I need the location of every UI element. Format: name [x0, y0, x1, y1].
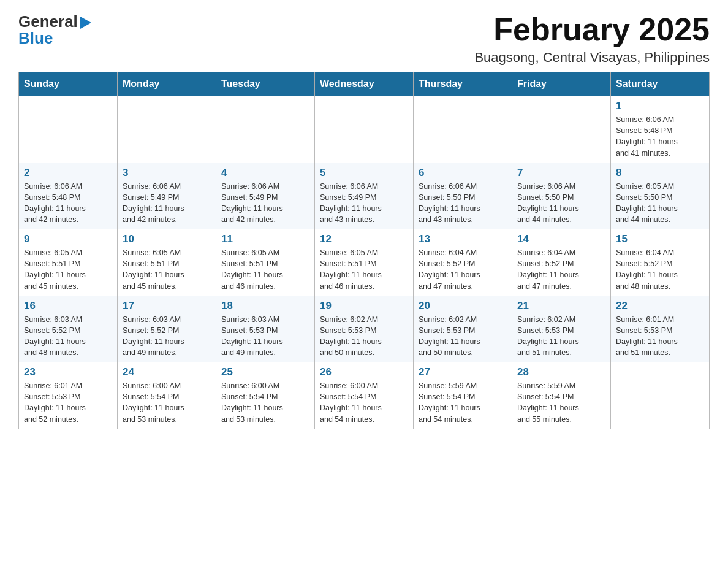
day-number: 5: [320, 167, 408, 179]
calendar-cell-0-6: 1Sunrise: 6:06 AM Sunset: 5:48 PM Daylig…: [611, 96, 710, 163]
calendar-cell-3-3: 19Sunrise: 6:02 AM Sunset: 5:53 PM Dayli…: [315, 296, 414, 362]
calendar-cell-2-0: 9Sunrise: 6:05 AM Sunset: 5:51 PM Daylig…: [19, 229, 118, 296]
day-number: 2: [24, 167, 112, 179]
week-row-1: 1Sunrise: 6:06 AM Sunset: 5:48 PM Daylig…: [19, 96, 710, 163]
calendar-cell-4-4: 27Sunrise: 5:59 AM Sunset: 5:54 PM Dayli…: [414, 362, 512, 429]
calendar-cell-1-3: 5Sunrise: 6:06 AM Sunset: 5:49 PM Daylig…: [315, 163, 414, 229]
day-info: Sunrise: 6:06 AM Sunset: 5:50 PM Dayligh…: [517, 181, 605, 226]
day-info: Sunrise: 6:06 AM Sunset: 5:49 PM Dayligh…: [221, 181, 309, 226]
header-tuesday: Tuesday: [216, 72, 315, 96]
day-info: Sunrise: 6:02 AM Sunset: 5:53 PM Dayligh…: [320, 314, 408, 359]
header-sunday: Sunday: [19, 72, 118, 96]
calendar-cell-3-5: 21Sunrise: 6:02 AM Sunset: 5:53 PM Dayli…: [512, 296, 611, 362]
day-number: 8: [616, 167, 704, 179]
day-info: Sunrise: 6:06 AM Sunset: 5:48 PM Dayligh…: [24, 181, 112, 226]
day-number: 27: [419, 366, 507, 378]
calendar-cell-3-4: 20Sunrise: 6:02 AM Sunset: 5:53 PM Dayli…: [414, 296, 512, 362]
day-info: Sunrise: 6:01 AM Sunset: 5:53 PM Dayligh…: [24, 380, 112, 425]
day-info: Sunrise: 6:03 AM Sunset: 5:52 PM Dayligh…: [24, 314, 112, 359]
calendar-cell-2-3: 12Sunrise: 6:05 AM Sunset: 5:51 PM Dayli…: [315, 229, 414, 296]
calendar-cell-2-6: 15Sunrise: 6:04 AM Sunset: 5:52 PM Dayli…: [611, 229, 710, 296]
day-number: 18: [221, 300, 309, 312]
day-number: 1: [616, 100, 704, 112]
day-number: 10: [123, 233, 211, 245]
day-info: Sunrise: 6:06 AM Sunset: 5:49 PM Dayligh…: [123, 181, 211, 226]
week-row-3: 9Sunrise: 6:05 AM Sunset: 5:51 PM Daylig…: [19, 229, 710, 296]
day-number: 20: [419, 300, 507, 312]
day-info: Sunrise: 6:05 AM Sunset: 5:51 PM Dayligh…: [123, 247, 211, 292]
day-info: Sunrise: 6:06 AM Sunset: 5:48 PM Dayligh…: [616, 114, 704, 159]
calendar-cell-1-4: 6Sunrise: 6:06 AM Sunset: 5:50 PM Daylig…: [414, 163, 512, 229]
calendar-cell-1-6: 8Sunrise: 6:05 AM Sunset: 5:50 PM Daylig…: [611, 163, 710, 229]
day-info: Sunrise: 6:06 AM Sunset: 5:49 PM Dayligh…: [320, 181, 408, 226]
calendar-cell-4-5: 28Sunrise: 5:59 AM Sunset: 5:54 PM Dayli…: [512, 362, 611, 429]
calendar-cell-1-2: 4Sunrise: 6:06 AM Sunset: 5:49 PM Daylig…: [216, 163, 315, 229]
calendar-cell-3-6: 22Sunrise: 6:01 AM Sunset: 5:53 PM Dayli…: [611, 296, 710, 362]
day-info: Sunrise: 6:02 AM Sunset: 5:53 PM Dayligh…: [419, 314, 507, 359]
calendar-title: February 2025: [474, 12, 710, 47]
logo-blue-text: Blue: [18, 29, 53, 48]
calendar-subtitle: Buagsong, Central Visayas, Philippines: [474, 50, 710, 66]
header-friday: Friday: [512, 72, 611, 96]
day-info: Sunrise: 6:02 AM Sunset: 5:53 PM Dayligh…: [517, 314, 605, 359]
day-number: 26: [320, 366, 408, 378]
week-row-5: 23Sunrise: 6:01 AM Sunset: 5:53 PM Dayli…: [19, 362, 710, 429]
calendar-cell-1-1: 3Sunrise: 6:06 AM Sunset: 5:49 PM Daylig…: [118, 163, 216, 229]
day-number: 12: [320, 233, 408, 245]
day-info: Sunrise: 6:00 AM Sunset: 5:54 PM Dayligh…: [320, 380, 408, 425]
day-info: Sunrise: 6:00 AM Sunset: 5:54 PM Dayligh…: [221, 380, 309, 425]
day-number: 15: [616, 233, 704, 245]
header-thursday: Thursday: [414, 72, 512, 96]
calendar-cell-0-3: [315, 96, 414, 163]
calendar-cell-0-2: [216, 96, 315, 163]
day-info: Sunrise: 6:04 AM Sunset: 5:52 PM Dayligh…: [517, 247, 605, 292]
calendar-cell-4-6: [611, 362, 710, 429]
day-info: Sunrise: 6:05 AM Sunset: 5:50 PM Dayligh…: [616, 181, 704, 226]
weekday-header-row: Sunday Monday Tuesday Wednesday Thursday…: [19, 72, 710, 96]
day-number: 19: [320, 300, 408, 312]
day-number: 13: [419, 233, 507, 245]
day-info: Sunrise: 6:03 AM Sunset: 5:53 PM Dayligh…: [221, 314, 309, 359]
logo-triangle-icon: [80, 17, 91, 31]
day-info: Sunrise: 6:03 AM Sunset: 5:52 PM Dayligh…: [123, 314, 211, 359]
calendar-cell-0-1: [118, 96, 216, 163]
calendar-cell-0-4: [414, 96, 512, 163]
calendar-cell-2-4: 13Sunrise: 6:04 AM Sunset: 5:52 PM Dayli…: [414, 229, 512, 296]
calendar-cell-2-1: 10Sunrise: 6:05 AM Sunset: 5:51 PM Dayli…: [118, 229, 216, 296]
calendar-cell-3-2: 18Sunrise: 6:03 AM Sunset: 5:53 PM Dayli…: [216, 296, 315, 362]
calendar-cell-4-1: 24Sunrise: 6:00 AM Sunset: 5:54 PM Dayli…: [118, 362, 216, 429]
day-info: Sunrise: 5:59 AM Sunset: 5:54 PM Dayligh…: [419, 380, 507, 425]
week-row-2: 2Sunrise: 6:06 AM Sunset: 5:48 PM Daylig…: [19, 163, 710, 229]
calendar-cell-2-2: 11Sunrise: 6:05 AM Sunset: 5:51 PM Dayli…: [216, 229, 315, 296]
day-number: 17: [123, 300, 211, 312]
calendar-cell-1-5: 7Sunrise: 6:06 AM Sunset: 5:50 PM Daylig…: [512, 163, 611, 229]
day-number: 24: [123, 366, 211, 378]
day-info: Sunrise: 6:05 AM Sunset: 5:51 PM Dayligh…: [320, 247, 408, 292]
day-number: 4: [221, 167, 309, 179]
day-info: Sunrise: 6:04 AM Sunset: 5:52 PM Dayligh…: [616, 247, 704, 292]
day-info: Sunrise: 6:01 AM Sunset: 5:53 PM Dayligh…: [616, 314, 704, 359]
day-number: 28: [517, 366, 605, 378]
day-number: 16: [24, 300, 112, 312]
calendar-cell-3-0: 16Sunrise: 6:03 AM Sunset: 5:52 PM Dayli…: [19, 296, 118, 362]
calendar-cell-3-1: 17Sunrise: 6:03 AM Sunset: 5:52 PM Dayli…: [118, 296, 216, 362]
week-row-4: 16Sunrise: 6:03 AM Sunset: 5:52 PM Dayli…: [19, 296, 710, 362]
header-monday: Monday: [118, 72, 216, 96]
calendar-cell-4-3: 26Sunrise: 6:00 AM Sunset: 5:54 PM Dayli…: [315, 362, 414, 429]
page-header: General Blue February 2025 Buagsong, Cen…: [18, 12, 710, 66]
calendar-cell-4-0: 23Sunrise: 6:01 AM Sunset: 5:53 PM Dayli…: [19, 362, 118, 429]
day-number: 3: [123, 167, 211, 179]
day-info: Sunrise: 6:00 AM Sunset: 5:54 PM Dayligh…: [123, 380, 211, 425]
day-number: 21: [517, 300, 605, 312]
day-number: 14: [517, 233, 605, 245]
day-number: 23: [24, 366, 112, 378]
header-saturday: Saturday: [611, 72, 710, 96]
logo: General Blue: [18, 12, 91, 48]
day-number: 9: [24, 233, 112, 245]
calendar-cell-0-0: [19, 96, 118, 163]
day-info: Sunrise: 6:05 AM Sunset: 5:51 PM Dayligh…: [221, 247, 309, 292]
day-info: Sunrise: 6:05 AM Sunset: 5:51 PM Dayligh…: [24, 247, 112, 292]
calendar-cell-1-0: 2Sunrise: 6:06 AM Sunset: 5:48 PM Daylig…: [19, 163, 118, 229]
svg-marker-0: [80, 17, 91, 29]
header-wednesday: Wednesday: [315, 72, 414, 96]
